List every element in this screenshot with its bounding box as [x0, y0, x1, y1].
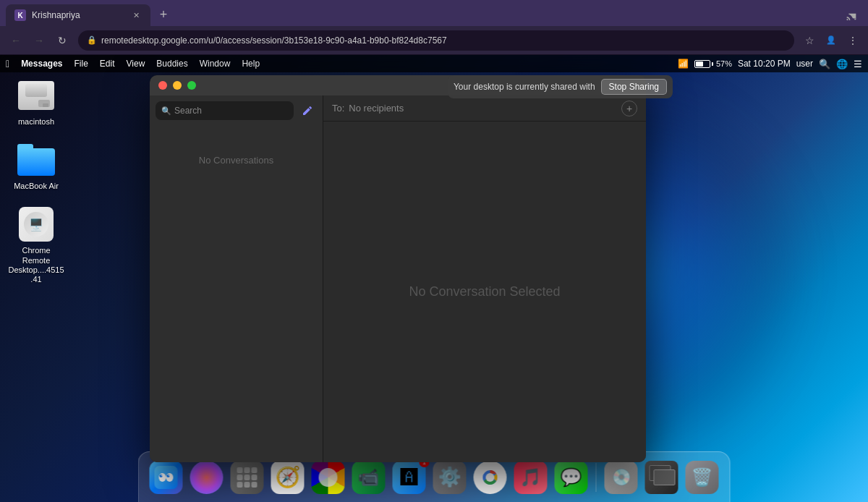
- to-label: To:: [332, 103, 344, 114]
- battery-tip: [712, 62, 713, 66]
- dock-item-facetime[interactable]: 📹: [350, 459, 388, 496]
- menubar-right: 📶 57% Sat 10:20 PM user 🔍 🌐 ☰: [678, 59, 862, 69]
- macintosh-hd-label: macintosh: [18, 117, 54, 127]
- lock-icon: 🔒: [87, 35, 97, 45]
- folder-body: [17, 148, 55, 176]
- dock-item-trash[interactable]: 🗑️: [684, 459, 721, 496]
- app-name-menu[interactable]: Messages: [15, 55, 68, 72]
- clock: Sat 10:20 PM: [738, 59, 791, 69]
- dock-item-finder[interactable]: [148, 459, 185, 496]
- no-conversations-text: No Conversations: [199, 155, 273, 166]
- window-menu[interactable]: Window: [194, 55, 237, 72]
- finder-icon: [150, 461, 183, 494]
- tab-favicon: K: [14, 9, 26, 21]
- file-menu[interactable]: File: [69, 55, 94, 72]
- macbook-air-label: MacBook Air: [14, 182, 59, 191]
- svg-point-1: [159, 473, 166, 482]
- trash-icon: 🗑️: [686, 461, 719, 494]
- macos-menubar:  Messages File Edit View Buddies Window…: [0, 55, 868, 72]
- dock-item-preferences[interactable]: ⚙️: [431, 459, 469, 496]
- dock-item-messages[interactable]: 💬: [553, 459, 590, 496]
- messages-body: 🔍 Search No Conversations: [150, 95, 646, 462]
- search-menubar-icon[interactable]: 🔍: [819, 59, 830, 69]
- svg-point-5: [161, 475, 163, 476]
- battery-icon: [694, 60, 710, 68]
- messages-main: To: No recipients + No Conversation Sele…: [323, 95, 646, 462]
- screenshots-icon: [645, 461, 678, 494]
- crd-icon[interactable]: 🖥️ Chrome Remote Desktop....4515.41: [7, 205, 65, 284]
- wifi-icon: 📶: [678, 59, 689, 69]
- facetime-icon: 📹: [352, 461, 386, 494]
- apple-menu[interactable]: : [6, 58, 9, 69]
- cast-icon: [845, 9, 859, 23]
- back-button[interactable]: ←: [6, 30, 26, 51]
- messages-sidebar: 🔍 Search No Conversations: [150, 95, 323, 462]
- system-preferences-icon: ⚙️: [433, 461, 467, 494]
- desktop-icons: macintosh MacBook Air 🖥️: [7, 77, 65, 284]
- dock-item-music[interactable]: 🎵: [512, 459, 550, 496]
- window-close-button[interactable]: [158, 81, 167, 90]
- to-input[interactable]: No recipients: [349, 103, 617, 114]
- music-icon: 🎵: [514, 461, 548, 494]
- help-menu[interactable]: Help: [236, 55, 265, 72]
- macintosh-hd-icon[interactable]: macintosh: [7, 77, 65, 127]
- shared-notification-text: Your desktop is currently shared with: [454, 82, 595, 92]
- compose-button[interactable]: [298, 101, 317, 120]
- search-icon: 🔍: [161, 106, 171, 116]
- crd-image: 🖥️: [17, 205, 55, 243]
- macbook-air-icon[interactable]: MacBook Air: [7, 141, 65, 191]
- new-tab-button[interactable]: +: [153, 4, 174, 25]
- buddies-menu[interactable]: Buddies: [150, 55, 193, 72]
- profile-icon[interactable]: 👤: [822, 31, 841, 50]
- tab-bar-right: [174, 9, 862, 23]
- dock-item-appstore[interactable]: 🅰 1: [391, 459, 428, 496]
- window-minimize-button[interactable]: [173, 81, 182, 90]
- messages-content: No Conversation Selected: [323, 122, 646, 462]
- toolbar-right: ☆ 👤 ⋮: [800, 31, 862, 50]
- reload-button[interactable]: ↻: [52, 30, 72, 51]
- messages-to-bar: To: No recipients +: [323, 95, 646, 122]
- burn-icon: 💿: [605, 461, 638, 494]
- edit-menu[interactable]: Edit: [94, 55, 121, 72]
- dock-item-siri[interactable]: [188, 459, 226, 496]
- notifications-icon[interactable]: ☰: [854, 59, 862, 69]
- forward-button[interactable]: →: [29, 30, 49, 51]
- dock-item-safari[interactable]: 🧭: [269, 459, 307, 496]
- add-recipient-button[interactable]: +: [621, 101, 637, 116]
- dock-item-launchpad[interactable]: [229, 459, 266, 496]
- stop-sharing-button[interactable]: Stop Sharing: [601, 79, 667, 95]
- macos-desktop:  Messages File Edit View Buddies Window…: [0, 55, 868, 502]
- svg-point-6: [169, 475, 170, 476]
- no-conversation-selected-text: No Conversation Selected: [409, 284, 560, 299]
- dock-item-photos[interactable]: [310, 459, 347, 496]
- dock-separator: [596, 463, 597, 492]
- menu-icon[interactable]: ⋮: [843, 31, 862, 50]
- window-maximize-button[interactable]: [187, 81, 196, 90]
- tab-close-button[interactable]: ✕: [130, 9, 142, 21]
- address-bar[interactable]: 🔒 remotedesktop.google.com/u/0/access/se…: [78, 30, 794, 51]
- messages-window: 🔍 Search No Conversations: [150, 75, 646, 462]
- chrome-tab-bar: K Krishnapriya ✕ +: [0, 0, 868, 26]
- wifi-status: 📶: [678, 59, 689, 69]
- hd-disk-shape: [18, 81, 54, 110]
- battery-status: 57%: [694, 59, 732, 68]
- chrome-toolbar: ← → ↻ 🔒 remotedesktop.google.com/u/0/acc…: [0, 26, 868, 55]
- dock-item-burn[interactable]: 💿: [603, 459, 640, 496]
- bookmark-icon[interactable]: ☆: [800, 31, 819, 50]
- crd-label: Chrome Remote Desktop....4515.41: [7, 246, 65, 284]
- shared-notification: Your desktop is currently shared with St…: [448, 75, 673, 98]
- dock-item-screenshots[interactable]: [643, 459, 681, 496]
- photos-icon: [312, 461, 345, 494]
- dock-item-chrome[interactable]: [472, 459, 509, 496]
- svg-point-9: [486, 473, 495, 482]
- view-menu[interactable]: View: [121, 55, 151, 72]
- safari-icon: 🧭: [271, 461, 305, 494]
- messages-search-input[interactable]: 🔍 Search: [156, 101, 294, 120]
- launchpad-icon: [231, 461, 264, 494]
- messages-search-bar: 🔍 Search: [150, 95, 323, 126]
- user-name: user: [796, 59, 813, 69]
- svg-point-2: [166, 473, 174, 482]
- siri-menubar-icon[interactable]: 🌐: [836, 59, 848, 69]
- active-tab[interactable]: K Krishnapriya ✕: [6, 4, 150, 26]
- siri-icon: [190, 461, 224, 494]
